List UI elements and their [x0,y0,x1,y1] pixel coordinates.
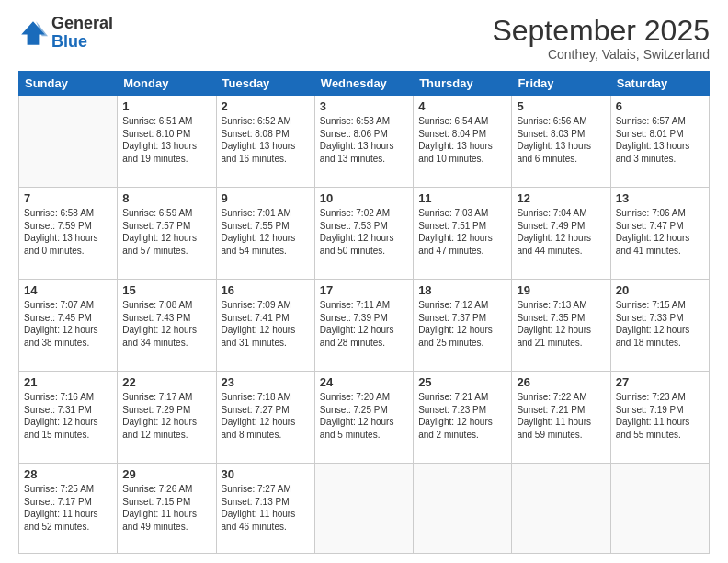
sunrise: Sunrise: 7:13 AM [517,299,605,312]
sunrise: Sunrise: 6:56 AM [517,115,605,128]
sunrise: Sunrise: 6:51 AM [122,115,210,128]
calendar-cell [512,464,610,554]
cell-content: Sunrise: 6:52 AM Sunset: 8:08 PM Dayligh… [222,115,310,165]
sunset: Sunset: 7:13 PM [222,496,310,509]
sunset: Sunset: 7:45 PM [24,312,112,325]
calendar-cell: 25 Sunrise: 7:21 AM Sunset: 7:23 PM Dayl… [414,372,512,464]
cell-content: Sunrise: 7:25 AM Sunset: 7:17 PM Dayligh… [24,483,112,533]
calendar-cell: 7 Sunrise: 6:58 AM Sunset: 7:59 PM Dayli… [19,188,118,280]
day-number: 18 [418,283,506,297]
daylight: Daylight: 12 hours and 2 minutes. [418,416,506,441]
calendar-cell [414,464,512,554]
sunrise: Sunrise: 6:58 AM [24,207,112,220]
day-number: 5 [517,99,605,113]
calendar-cell: 10 Sunrise: 7:02 AM Sunset: 7:53 PM Dayl… [314,188,413,280]
calendar-cell: 22 Sunrise: 7:17 AM Sunset: 7:29 PM Dayl… [118,372,216,464]
calendar-cell: 15 Sunrise: 7:08 AM Sunset: 7:43 PM Dayl… [118,280,216,372]
sunset: Sunset: 7:55 PM [222,220,310,233]
sunrise: Sunrise: 7:07 AM [24,299,112,312]
daylight: Daylight: 12 hours and 47 minutes. [418,232,506,257]
page: General Blue September 2025 Conthey, Val… [0,0,728,563]
daylight: Daylight: 12 hours and 28 minutes. [320,324,408,349]
sunrise: Sunrise: 7:09 AM [222,299,310,312]
calendar-cell: 16 Sunrise: 7:09 AM Sunset: 7:41 PM Dayl… [216,280,314,372]
header-monday: Monday [118,72,216,96]
day-number: 26 [517,375,605,389]
daylight: Daylight: 11 hours and 52 minutes. [24,508,112,533]
cell-content: Sunrise: 7:15 AM Sunset: 7:33 PM Dayligh… [616,299,704,349]
cell-content: Sunrise: 7:04 AM Sunset: 7:49 PM Dayligh… [517,207,605,257]
header-sunday: Sunday [19,72,118,96]
logo-icon [18,18,48,48]
cell-content: Sunrise: 7:03 AM Sunset: 7:51 PM Dayligh… [418,207,506,257]
daylight: Daylight: 13 hours and 10 minutes. [418,140,506,165]
day-number: 27 [616,375,704,389]
cell-content: Sunrise: 7:11 AM Sunset: 7:39 PM Dayligh… [320,299,408,349]
sunset: Sunset: 8:03 PM [517,128,605,141]
sunset: Sunset: 7:57 PM [122,220,210,233]
daylight: Daylight: 11 hours and 55 minutes. [616,416,704,441]
day-number: 6 [616,99,704,113]
sunrise: Sunrise: 6:52 AM [222,115,310,128]
calendar-cell: 12 Sunrise: 7:04 AM Sunset: 7:49 PM Dayl… [512,188,610,280]
calendar-cell: 1 Sunrise: 6:51 AM Sunset: 8:10 PM Dayli… [118,96,216,188]
sunset: Sunset: 7:37 PM [418,312,506,325]
cell-content: Sunrise: 7:16 AM Sunset: 7:31 PM Dayligh… [24,391,112,441]
daylight: Daylight: 11 hours and 59 minutes. [517,416,605,441]
sunrise: Sunrise: 6:53 AM [320,115,408,128]
day-number: 17 [320,283,408,297]
sunset: Sunset: 8:10 PM [122,128,210,141]
daylight: Daylight: 12 hours and 50 minutes. [320,232,408,257]
header: General Blue September 2025 Conthey, Val… [18,15,710,62]
location: Conthey, Valais, Switzerland [492,47,710,62]
day-number: 25 [418,375,506,389]
sunset: Sunset: 7:25 PM [320,404,408,417]
daylight: Daylight: 13 hours and 16 minutes. [222,140,310,165]
day-number: 20 [616,283,704,297]
cell-content: Sunrise: 6:51 AM Sunset: 8:10 PM Dayligh… [122,115,210,165]
calendar-cell: 6 Sunrise: 6:57 AM Sunset: 8:01 PM Dayli… [610,96,709,188]
daylight: Daylight: 12 hours and 57 minutes. [122,232,210,257]
cell-content: Sunrise: 6:56 AM Sunset: 8:03 PM Dayligh… [517,115,605,165]
cell-content: Sunrise: 7:06 AM Sunset: 7:47 PM Dayligh… [616,207,704,257]
sunrise: Sunrise: 6:54 AM [418,115,506,128]
logo: General Blue [18,15,113,52]
sunset: Sunset: 7:35 PM [517,312,605,325]
calendar-week-row: 1 Sunrise: 6:51 AM Sunset: 8:10 PM Dayli… [19,96,710,188]
sunset: Sunset: 7:49 PM [517,220,605,233]
calendar-cell: 9 Sunrise: 7:01 AM Sunset: 7:55 PM Dayli… [216,188,314,280]
month-title: September 2025 [492,15,710,47]
sunrise: Sunrise: 7:18 AM [222,391,310,404]
cell-content: Sunrise: 7:13 AM Sunset: 7:35 PM Dayligh… [517,299,605,349]
sunrise: Sunrise: 7:04 AM [517,207,605,220]
sunset: Sunset: 7:21 PM [517,404,605,417]
sunrise: Sunrise: 7:22 AM [517,391,605,404]
daylight: Daylight: 12 hours and 12 minutes. [122,416,210,441]
daylight: Daylight: 12 hours and 41 minutes. [616,232,704,257]
sunrise: Sunrise: 7:27 AM [222,483,310,496]
calendar-week-row: 7 Sunrise: 6:58 AM Sunset: 7:59 PM Dayli… [19,188,710,280]
day-number: 8 [122,191,210,205]
daylight: Daylight: 11 hours and 46 minutes. [222,508,310,533]
sunrise: Sunrise: 7:17 AM [122,391,210,404]
calendar-cell [314,464,413,554]
sunrise: Sunrise: 7:15 AM [616,299,704,312]
daylight: Daylight: 12 hours and 8 minutes. [222,416,310,441]
sunset: Sunset: 8:08 PM [222,128,310,141]
sunset: Sunset: 7:31 PM [24,404,112,417]
calendar-cell: 2 Sunrise: 6:52 AM Sunset: 8:08 PM Dayli… [216,96,314,188]
sunrise: Sunrise: 7:11 AM [320,299,408,312]
calendar-cell: 18 Sunrise: 7:12 AM Sunset: 7:37 PM Dayl… [414,280,512,372]
calendar-cell: 30 Sunrise: 7:27 AM Sunset: 7:13 PM Dayl… [216,464,314,554]
calendar-cell: 26 Sunrise: 7:22 AM Sunset: 7:21 PM Dayl… [512,372,610,464]
daylight: Daylight: 12 hours and 15 minutes. [24,416,112,441]
sunset: Sunset: 7:47 PM [616,220,704,233]
sunrise: Sunrise: 7:23 AM [616,391,704,404]
sunset: Sunset: 7:33 PM [616,312,704,325]
day-number: 10 [320,191,408,205]
sunset: Sunset: 7:17 PM [24,496,112,509]
daylight: Daylight: 12 hours and 38 minutes. [24,324,112,349]
calendar-cell: 27 Sunrise: 7:23 AM Sunset: 7:19 PM Dayl… [610,372,709,464]
daylight: Daylight: 13 hours and 19 minutes. [122,140,210,165]
sunrise: Sunrise: 7:25 AM [24,483,112,496]
